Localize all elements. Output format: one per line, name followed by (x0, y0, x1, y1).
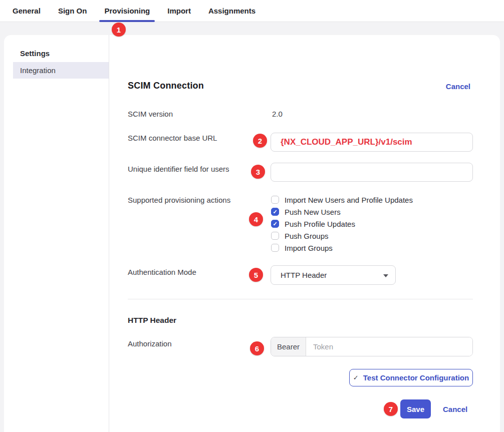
check-icon: ✓ (353, 374, 359, 381)
step-badge-1: 1 (112, 23, 126, 37)
tab-sign-on[interactable]: Sign On (53, 0, 92, 22)
scim-version-label: SCIM version (128, 110, 173, 118)
authorization-label: Authorization (128, 339, 172, 348)
step-badge-5: 5 (249, 268, 263, 282)
action-push-new-users-row[interactable]: Push New Users (271, 206, 341, 218)
sidebar-header-settings: Settings (20, 49, 50, 58)
action-import-groups-row[interactable]: Import Groups (271, 242, 333, 254)
checkbox-icon[interactable] (271, 208, 279, 216)
checkbox-icon[interactable] (271, 244, 279, 252)
cancel-button-bottom[interactable]: Cancel (443, 405, 467, 413)
action-import-users-row[interactable]: Import New Users and Profile Updates (271, 194, 413, 206)
provisioning-actions-label: Supported provisioning actions (128, 196, 230, 204)
unique-identifier-label: Unique identifier field for users (128, 165, 229, 173)
tab-assignments[interactable]: Assignments (203, 0, 261, 22)
step-badge-2: 2 (253, 134, 267, 148)
authorization-input-group: Bearer (271, 337, 473, 356)
checkbox-icon[interactable] (271, 232, 279, 240)
sidebar-item-integration[interactable]: Integration (13, 62, 109, 79)
sidebar-item-label: Integration (20, 66, 56, 75)
checkbox-label: Push Groups (285, 232, 329, 240)
token-input[interactable] (306, 337, 472, 356)
checkbox-label: Push New Users (285, 208, 341, 216)
auth-mode-label: Authentication Mode (128, 268, 196, 276)
checkbox-icon[interactable] (271, 196, 279, 204)
tab-general[interactable]: General (8, 0, 46, 22)
step-badge-4: 4 (249, 212, 263, 226)
auth-mode-select[interactable]: HTTP Header (271, 265, 396, 285)
checkbox-label: Push Profile Updates (285, 220, 355, 228)
test-connector-label: Test Connector Configuration (363, 373, 469, 382)
unique-identifier-input[interactable] (271, 163, 473, 182)
chevron-down-icon (383, 274, 388, 277)
bearer-prefix: Bearer (271, 337, 306, 356)
action-push-profile-updates-row[interactable]: Push Profile Updates (271, 218, 355, 230)
app-tab-bar: General Sign On Provisioning Import Assi… (0, 0, 504, 22)
step-badge-6: 6 (250, 341, 264, 355)
section-divider (128, 299, 473, 299)
scim-version-value: 2.0 (272, 110, 283, 118)
checkbox-label: Import New Users and Profile Updates (285, 196, 413, 204)
save-button[interactable]: Save (400, 399, 431, 418)
auth-mode-selected-value: HTTP Header (281, 271, 327, 279)
tab-provisioning[interactable]: Provisioning (99, 0, 155, 22)
step-badge-7: 7 (384, 402, 398, 416)
checkbox-label: Import Groups (285, 244, 333, 252)
test-connector-button[interactable]: ✓ Test Connector Configuration (349, 369, 473, 386)
scim-connection-form: SCIM Connection Cancel SCIM version 2.0 … (128, 35, 473, 432)
checkbox-icon[interactable] (271, 220, 279, 228)
tab-import[interactable]: Import (162, 0, 196, 22)
base-url-input[interactable] (271, 133, 473, 152)
settings-card: Settings Integration SCIM Connection Can… (4, 35, 500, 432)
cancel-link-top[interactable]: Cancel (446, 82, 470, 91)
page-title: SCIM Connection (128, 81, 204, 91)
step-badge-3: 3 (251, 165, 265, 179)
settings-sidebar: Settings Integration (4, 35, 109, 432)
action-push-groups-row[interactable]: Push Groups (271, 230, 329, 242)
base-url-label: SCIM connector base URL (128, 134, 217, 142)
http-header-section-title: HTTP Header (128, 316, 176, 325)
